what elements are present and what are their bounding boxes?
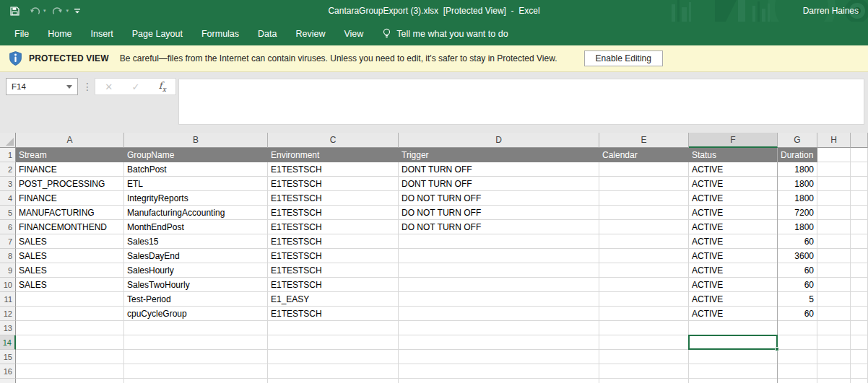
row-header-10[interactable]: 10 — [0, 278, 16, 292]
ribbon-tab-home[interactable]: Home — [38, 22, 81, 45]
row-header-5[interactable]: 5 — [0, 206, 16, 220]
column-header-B[interactable]: B — [124, 133, 268, 148]
cell-F[interactable] — [689, 379, 778, 383]
undo-button[interactable] — [26, 3, 43, 19]
tell-me-box[interactable]: Tell me what you want to do — [382, 22, 508, 45]
cell-F6[interactable]: ACTIVE — [689, 220, 778, 234]
row-header-4[interactable]: 4 — [0, 191, 16, 206]
cell-H8[interactable] — [817, 249, 851, 263]
cell-G5[interactable]: 7200 — [778, 206, 817, 220]
cell-G2[interactable]: 1800 — [778, 162, 817, 177]
cell-H4[interactable] — [817, 191, 851, 206]
cell-E13[interactable] — [599, 321, 689, 335]
cell-G12[interactable]: 60 — [778, 307, 817, 321]
column-header-F[interactable]: F — [689, 133, 778, 148]
cell-E12[interactable] — [599, 307, 689, 321]
cell-E8[interactable] — [599, 249, 689, 263]
cell-F9[interactable]: ACTIVE — [689, 263, 778, 278]
cell-F11[interactable]: ACTIVE — [689, 292, 778, 307]
cell-E1[interactable]: Calendar — [599, 148, 689, 162]
cell-A[interactable] — [16, 379, 124, 383]
cell-C15[interactable] — [268, 350, 399, 364]
cell-B4[interactable]: IntegrityReports — [124, 191, 268, 206]
ribbon-tab-data[interactable]: Data — [248, 22, 286, 45]
cell-F2[interactable]: ACTIVE — [689, 162, 778, 177]
ribbon-tab-file[interactable]: File — [5, 22, 38, 45]
cell-E16[interactable] — [599, 364, 689, 379]
undo-dropdown-arrow-icon[interactable]: ▾ — [43, 8, 46, 14]
cell-A5[interactable]: MANUFACTURING — [16, 206, 124, 220]
row-header-8[interactable]: 8 — [0, 249, 16, 263]
cell-C6[interactable]: E1TESTSCH — [268, 220, 399, 234]
cell-H[interactable] — [817, 379, 851, 383]
row-header-14[interactable]: 14 — [0, 335, 16, 350]
cell-G14[interactable] — [778, 335, 817, 350]
cell-G9[interactable]: 60 — [778, 263, 817, 278]
cell-B5[interactable]: ManufacturingAccounting — [124, 206, 268, 220]
cell-C7[interactable]: E1TESTSCH — [268, 234, 399, 249]
cell-B13[interactable] — [124, 321, 268, 335]
cell-H15[interactable] — [817, 350, 851, 364]
fill-handle[interactable] — [775, 347, 779, 351]
cell-I6[interactable] — [851, 220, 868, 234]
cell-I14[interactable] — [851, 335, 868, 350]
cell-D6[interactable]: DO NOT TURN OFF — [399, 220, 599, 234]
cell-G1[interactable]: Duration — [778, 148, 817, 162]
cell-D5[interactable]: DO NOT TURN OFF — [399, 206, 599, 220]
cell-A12[interactable] — [16, 307, 124, 321]
cell-I2[interactable] — [851, 162, 868, 177]
cell-F16[interactable] — [689, 364, 778, 379]
cell-D15[interactable] — [399, 350, 599, 364]
cell-C2[interactable]: E1TESTSCH — [268, 162, 399, 177]
cell-D13[interactable] — [399, 321, 599, 335]
cell-G[interactable] — [778, 379, 817, 383]
cell-A8[interactable]: SALES — [16, 249, 124, 263]
cell-F3[interactable]: ACTIVE — [689, 177, 778, 191]
cell-I12[interactable] — [851, 307, 868, 321]
cell-E[interactable] — [599, 379, 689, 383]
cell-F15[interactable] — [689, 350, 778, 364]
cell-G13[interactable] — [778, 321, 817, 335]
cell-B9[interactable]: SalesHourly — [124, 263, 268, 278]
cell-H3[interactable] — [817, 177, 851, 191]
cell-B8[interactable]: SalesDayEnd — [124, 249, 268, 263]
cell-A2[interactable]: FINANCE — [16, 162, 124, 177]
ribbon-tab-view[interactable]: View — [334, 22, 373, 45]
cell-I11[interactable] — [851, 292, 868, 307]
column-header-E[interactable]: E — [599, 133, 689, 148]
cell-B16[interactable] — [124, 364, 268, 379]
qat-customize-button[interactable] — [71, 3, 83, 19]
row-header[interactable] — [0, 379, 16, 383]
cell-D14[interactable] — [399, 335, 599, 350]
cell-C11[interactable]: E1_EASY — [268, 292, 399, 307]
insert-function-button[interactable]: fx — [159, 80, 166, 93]
cell-B3[interactable]: ETL — [124, 177, 268, 191]
cell-D8[interactable] — [399, 249, 599, 263]
cell-H2[interactable] — [817, 162, 851, 177]
cell-I9[interactable] — [851, 263, 868, 278]
cell-H11[interactable] — [817, 292, 851, 307]
row-header-6[interactable]: 6 — [0, 220, 16, 234]
cell-B[interactable] — [124, 379, 268, 383]
cell-I8[interactable] — [851, 249, 868, 263]
ribbon-tab-formulas[interactable]: Formulas — [192, 22, 248, 45]
cell-E3[interactable] — [599, 177, 689, 191]
cell-H10[interactable] — [817, 278, 851, 292]
row-header-2[interactable]: 2 — [0, 162, 16, 177]
cell-B15[interactable] — [124, 350, 268, 364]
cell-G10[interactable]: 60 — [778, 278, 817, 292]
cell-D[interactable] — [399, 379, 599, 383]
cell-E4[interactable] — [599, 191, 689, 206]
row-header-3[interactable]: 3 — [0, 177, 16, 191]
row-header-16[interactable]: 16 — [0, 364, 16, 379]
cell-E2[interactable] — [599, 162, 689, 177]
column-header-A[interactable]: A — [16, 133, 124, 148]
cell-G3[interactable]: 1800 — [778, 177, 817, 191]
cell-A16[interactable] — [16, 364, 124, 379]
cell-C1[interactable]: Environment — [268, 148, 399, 162]
cell-I15[interactable] — [851, 350, 868, 364]
cell-B6[interactable]: MonthEndPost — [124, 220, 268, 234]
cell-F1[interactable]: Status — [689, 148, 778, 162]
cell-I[interactable] — [851, 379, 868, 383]
select-all-corner[interactable] — [0, 133, 16, 148]
